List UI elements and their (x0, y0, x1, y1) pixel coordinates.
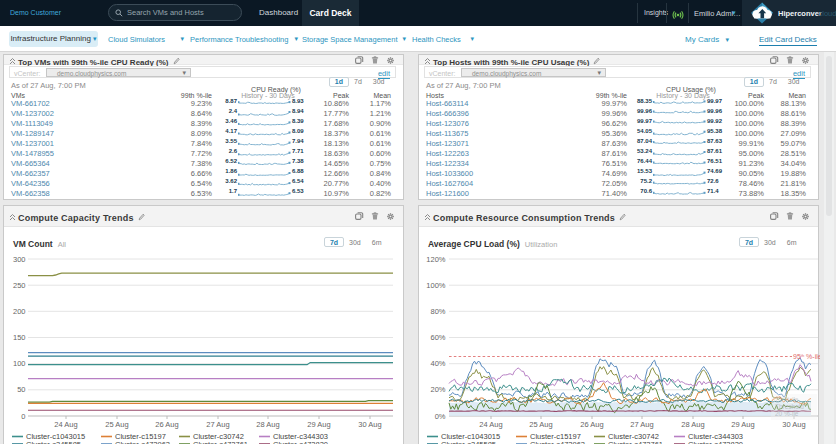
svg-text:95th %-ile: 95th %-ile (793, 353, 820, 361)
svg-text:40%: 40% (430, 359, 445, 368)
svg-text:30 Aug: 30 Aug (782, 420, 805, 429)
svg-text:29 Aug: 29 Aug (731, 420, 754, 429)
svg-text:27 Aug: 27 Aug (630, 420, 653, 429)
svg-text:25 Aug: 25 Aug (105, 420, 128, 429)
svg-text:250: 250 (13, 281, 26, 290)
svg-text:20 %-ile: 20 %-ile (775, 410, 799, 417)
svg-text:100%: 100% (426, 281, 446, 290)
svg-text:29 Aug: 29 Aug (307, 420, 330, 429)
svg-text:26 Aug: 26 Aug (580, 420, 603, 429)
svg-text:28 Aug: 28 Aug (681, 420, 704, 429)
svg-text:20%: 20% (430, 385, 445, 394)
svg-text:60%: 60% (430, 333, 445, 342)
svg-text:Cluster-c472963: Cluster-c472963 (115, 440, 170, 444)
svg-text:0: 0 (21, 412, 25, 421)
svg-text:300: 300 (13, 255, 26, 264)
svg-text:50: 50 (17, 385, 25, 394)
svg-text:24 Aug: 24 Aug (479, 420, 502, 429)
svg-text:Hiperconver: Hiperconver (778, 9, 822, 18)
svg-text:150: 150 (13, 333, 26, 342)
svg-text:120%: 120% (426, 255, 446, 264)
svg-text:Cluster-c473820: Cluster-c473820 (688, 440, 743, 444)
svg-text:Cluster-c472761: Cluster-c472761 (193, 440, 248, 444)
svg-text:Threshold: Threshold (775, 403, 804, 410)
svg-text:100: 100 (13, 359, 26, 368)
svg-text:25 %-ile: 25 %-ile (775, 396, 799, 403)
svg-text:26 Aug: 26 Aug (155, 420, 178, 429)
svg-text:Cluster-c473820: Cluster-c473820 (273, 440, 328, 444)
svg-text:Cluster-c345585: Cluster-c345585 (441, 440, 496, 444)
svg-text:25 Aug: 25 Aug (529, 420, 552, 429)
svg-text:80%: 80% (430, 307, 445, 316)
svg-text:30 Aug: 30 Aug (358, 420, 381, 429)
svg-text:0%: 0% (435, 412, 446, 421)
svg-text:27 Aug: 27 Aug (206, 420, 229, 429)
svg-text:Cluster-c472761: Cluster-c472761 (608, 440, 663, 444)
svg-text:Cluster-c345585: Cluster-c345585 (26, 440, 81, 444)
svg-text:Cluster-c472963: Cluster-c472963 (530, 440, 585, 444)
svg-text:28 Aug: 28 Aug (256, 420, 279, 429)
svg-text:200: 200 (13, 307, 26, 316)
svg-text:cloud: cloud (819, 9, 836, 18)
svg-text:24 Aug: 24 Aug (54, 420, 77, 429)
